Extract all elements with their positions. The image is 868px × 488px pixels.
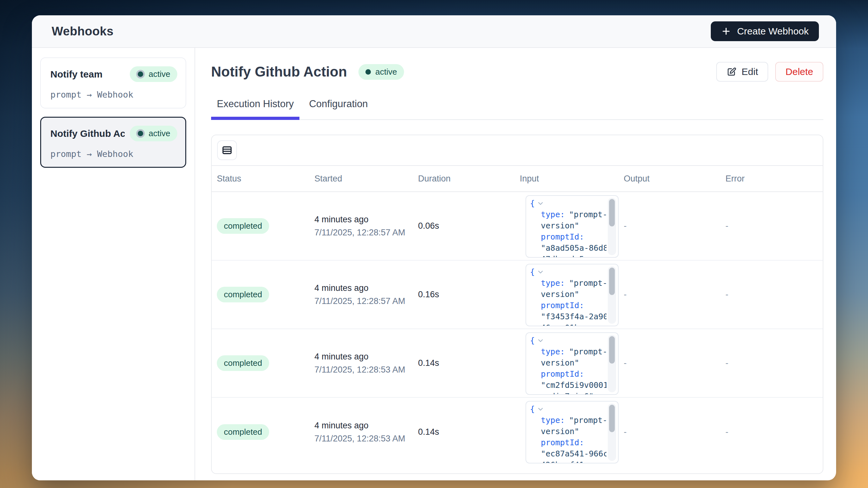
scrollbar-thumb[interactable] <box>609 405 615 432</box>
window-header: Webhooks Create Webhook <box>32 15 836 48</box>
status-badge: active <box>359 64 404 80</box>
edit-label: Edit <box>742 66 758 77</box>
column-header-started: Started <box>314 174 418 184</box>
started-relative: 4 minutes ago <box>314 352 418 362</box>
detail-tabs: Execution History Configuration <box>211 97 824 120</box>
sidebar-item-notify-github-action[interactable]: Notify Github Acti... active prompt → We… <box>40 117 186 168</box>
execution-history-card: Status Started Duration Input Output Err… <box>211 134 824 474</box>
plus-icon <box>721 26 731 36</box>
table-rows-icon <box>221 145 233 156</box>
started-relative: 4 minutes ago <box>314 421 418 431</box>
webhook-detail-title: Notify Github Action <box>211 64 347 80</box>
started-absolute: 7/11/2025, 12:28:53 AM <box>314 365 418 375</box>
error-value: - <box>725 221 823 231</box>
status-label: active <box>375 67 397 77</box>
status-badge: completed <box>217 218 269 234</box>
started-absolute: 7/11/2025, 12:28:57 AM <box>314 228 418 238</box>
json-code: {type:"prompt-version"promptId:"a8ad505a… <box>526 196 607 257</box>
scrollbar-track[interactable] <box>608 198 616 255</box>
active-dot-icon <box>366 69 371 74</box>
column-header-error: Error <box>725 174 823 184</box>
status-badge: completed <box>217 424 269 440</box>
duration-value: 0.06s <box>418 221 520 231</box>
tab-configuration[interactable]: Configuration <box>303 97 373 120</box>
chevron-down-icon[interactable] <box>537 337 544 344</box>
webhook-detail-panel: Notify Github Action active Edit Delete <box>195 48 836 480</box>
webhooks-window: Webhooks Create Webhook Notify team acti… <box>32 15 836 480</box>
status-badge: completed <box>217 355 269 371</box>
chevron-down-icon[interactable] <box>537 200 544 207</box>
output-value: - <box>624 289 725 300</box>
webhook-name: Notify Github Acti... <box>51 128 125 139</box>
error-value: - <box>725 358 823 368</box>
started-absolute: 7/11/2025, 12:28:53 AM <box>314 434 418 444</box>
output-value: - <box>624 221 725 231</box>
duration-value: 0.16s <box>418 289 520 300</box>
active-dot-icon <box>138 131 143 136</box>
error-value: - <box>725 427 823 437</box>
webhook-route: prompt → Webhook <box>51 149 177 159</box>
chevron-down-icon[interactable] <box>537 268 544 276</box>
scrollbar-thumb[interactable] <box>609 268 615 295</box>
table-row: completed 4 minutes ago 7/11/2025, 12:28… <box>212 192 823 261</box>
webhook-list-sidebar: Notify team active prompt → Webhook Noti… <box>32 48 195 480</box>
column-header-output: Output <box>624 174 725 184</box>
webhook-route: prompt → Webhook <box>51 90 177 99</box>
duration-value: 0.14s <box>418 358 520 368</box>
scrollbar-thumb[interactable] <box>609 336 615 364</box>
tab-execution-history[interactable]: Execution History <box>211 97 300 120</box>
output-value: - <box>624 427 725 437</box>
column-header-status: Status <box>217 174 314 184</box>
json-code: {type:"prompt-version"promptId:"f3453f4a… <box>526 265 607 326</box>
input-json-viewer[interactable]: {type:"prompt-version"promptId:"f3453f4a… <box>526 264 619 326</box>
status-label: active <box>149 69 170 79</box>
status-label: active <box>149 128 170 139</box>
scrollbar-track[interactable] <box>608 335 616 392</box>
edit-pencil-icon <box>726 67 737 77</box>
duration-value: 0.14s <box>418 427 520 437</box>
page-title: Webhooks <box>52 25 114 38</box>
column-header-duration: Duration <box>418 174 520 184</box>
input-json-viewer[interactable]: {type:"prompt-version"promptId:"cm2fd5i9… <box>526 332 619 395</box>
input-json-viewer[interactable]: {type:"prompt-version"promptId:"ec87a541… <box>526 401 619 463</box>
column-header-input: Input <box>520 174 624 184</box>
create-webhook-label: Create Webhook <box>737 26 809 37</box>
delete-label: Delete <box>785 66 813 77</box>
scrollbar-track[interactable] <box>608 266 616 324</box>
scrollbar-thumb[interactable] <box>609 199 615 226</box>
started-absolute: 7/11/2025, 12:28:57 AM <box>314 296 418 306</box>
json-code: {type:"prompt-version"promptId:"cm2fd5i9… <box>526 333 607 394</box>
error-value: - <box>725 289 823 300</box>
create-webhook-button[interactable]: Create Webhook <box>711 21 819 41</box>
table-view-button[interactable] <box>217 140 237 160</box>
table-row: completed 4 minutes ago 7/11/2025, 12:28… <box>212 398 823 466</box>
edit-button[interactable]: Edit <box>716 62 769 82</box>
table-header-row: Status Started Duration Input Output Err… <box>212 166 823 192</box>
status-badge: active <box>130 126 177 141</box>
table-toolbar <box>212 135 823 166</box>
started-relative: 4 minutes ago <box>314 283 418 293</box>
started-relative: 4 minutes ago <box>314 215 418 224</box>
status-badge: active <box>130 66 177 82</box>
table-row: completed 4 minutes ago 7/11/2025, 12:28… <box>212 261 823 329</box>
active-dot-icon <box>138 71 143 77</box>
output-value: - <box>624 358 725 368</box>
webhook-name: Notify team <box>51 69 125 80</box>
delete-button[interactable]: Delete <box>775 62 824 82</box>
table-body: completed 4 minutes ago 7/11/2025, 12:28… <box>212 192 823 473</box>
json-code: {type:"prompt-version"promptId:"ec87a541… <box>526 402 607 463</box>
scrollbar-track[interactable] <box>608 403 616 461</box>
input-json-viewer[interactable]: {type:"prompt-version"promptId:"a8ad505a… <box>526 195 619 258</box>
table-row: completed 4 minutes ago 7/11/2025, 12:28… <box>212 329 823 398</box>
status-badge: completed <box>217 287 269 302</box>
sidebar-item-notify-team[interactable]: Notify team active prompt → Webhook <box>40 57 186 109</box>
chevron-down-icon[interactable] <box>537 405 544 413</box>
